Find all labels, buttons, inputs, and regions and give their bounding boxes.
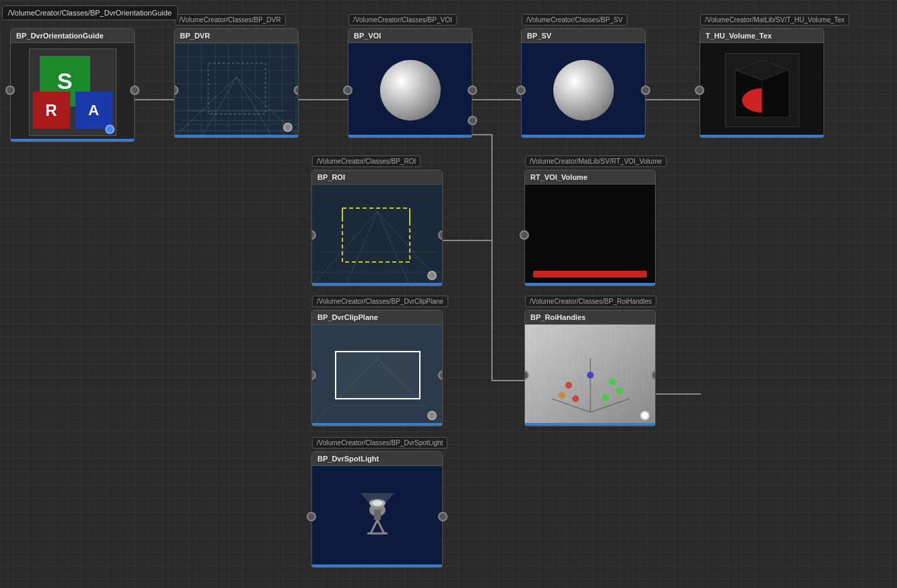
port-right-voi[interactable] (468, 86, 477, 95)
node-header-sv: BP_SV (522, 29, 645, 43)
port-left-orientation-guide[interactable] (5, 86, 15, 95)
port-right-voi-2[interactable] (468, 116, 477, 125)
node-roi-handles[interactable]: /VolumeCreator/Classes/BP_RoiHandles BP_… (524, 310, 656, 426)
red-status-bar (533, 271, 647, 277)
node-dvr[interactable]: /VolumeCreator/Classes/BP_DVR BP_DVR (174, 28, 299, 138)
port-corner-clip[interactable] (427, 411, 437, 420)
node-texture[interactable]: /VolumeCreator/MatLib/SV/T_HU_Volume_Tex… (700, 28, 824, 138)
node-roi[interactable]: /VolumeCreator/Classes/BP_ROI BP_ROI (311, 170, 443, 286)
node-header-orientation-guide: BP_DvrOrientationGuide (11, 29, 134, 43)
node-spotlight[interactable]: /VolumeCreator/Classes/BP_DvrSpotLight B… (311, 451, 443, 568)
svg-point-37 (572, 395, 579, 402)
svg-rect-23 (342, 208, 410, 262)
node-path-voi: /VolumeCreator/Classes/BP_VOI (348, 14, 457, 26)
svg-line-43 (371, 520, 377, 533)
port-left-spotlight[interactable] (307, 512, 316, 521)
node-header-roi: BP_ROI (312, 170, 442, 185)
node-voi[interactable]: /VolumeCreator/Classes/BP_VOI BP_VOI (348, 28, 472, 138)
svg-line-17 (312, 211, 377, 286)
node-path-texture: /VolumeCreator/MatLib/SV/T_HU_Volume_Tex (700, 14, 849, 26)
breadcrumb: /VolumeCreator/Classes/BP_DvrOrientation… (2, 5, 178, 20)
svg-point-39 (559, 392, 565, 399)
port-right-orientation-guide[interactable] (130, 86, 140, 95)
node-sv[interactable]: /VolumeCreator/Classes/BP_SV BP_SV (521, 28, 646, 138)
texture-preview (725, 53, 799, 127)
svg-point-34 (587, 372, 594, 379)
svg-line-19 (346, 211, 377, 286)
svg-line-8 (237, 77, 272, 137)
port-left-sv[interactable] (516, 86, 526, 95)
node-path-rt-voi: /VolumeCreator/MatLib/SV/RT_VOI_Volume (525, 156, 667, 167)
port-corner-dvr[interactable] (283, 123, 292, 132)
node-rt-voi[interactable]: /VolumeCreator/MatLib/SV/RT_VOI_Volume R… (524, 170, 656, 286)
node-header-clip-plane: BP_DvrClipPlane (312, 311, 442, 325)
node-orientation-guide[interactable]: BP_DvrOrientationGuide S R A (10, 28, 135, 142)
sphere-voi (380, 60, 441, 121)
port-right-spotlight[interactable] (438, 512, 447, 521)
node-header-rt-voi: RT_VOI_Volume (525, 170, 655, 185)
svg-line-44 (377, 520, 384, 533)
svg-point-48 (372, 500, 383, 506)
node-header-dvr: BP_DVR (175, 29, 298, 43)
node-path-dvr: /VolumeCreator/Classes/BP_DVR (175, 14, 286, 26)
svg-rect-29 (336, 352, 420, 399)
svg-line-20 (377, 211, 410, 286)
svg-line-7 (202, 77, 237, 137)
port-left-texture[interactable] (695, 86, 704, 95)
node-path-roi-handles: /VolumeCreator/Classes/BP_RoiHandles (525, 296, 656, 307)
svg-point-36 (609, 379, 616, 385)
node-clip-plane[interactable]: /VolumeCreator/Classes/BP_DvrClipPlane B… (311, 310, 443, 426)
port-left-rt-voi[interactable] (520, 230, 529, 240)
port-corner-roi-handles[interactable] (640, 411, 650, 420)
svg-point-38 (602, 394, 609, 401)
node-header-voi: BP_VOI (348, 29, 472, 43)
port-left-voi[interactable] (343, 86, 352, 95)
node-path-roi: /VolumeCreator/Classes/BP_ROI (312, 156, 421, 167)
node-header-texture: T_HU_Volume_Tex (700, 29, 824, 43)
svg-rect-12 (208, 63, 266, 114)
selection-dot (105, 125, 115, 134)
node-path-sv: /VolumeCreator/Classes/BP_SV (522, 14, 627, 26)
node-header-roi-handles: BP_RoiHandles (525, 311, 655, 325)
port-right-sv[interactable] (641, 86, 650, 95)
node-header-spotlight: BP_DvrSpotLight (312, 452, 442, 466)
node-path-clip-plane: /VolumeCreator/Classes/BP_DvrClipPlane (312, 296, 448, 307)
port-corner-roi[interactable] (427, 271, 437, 280)
cube-face-a: A (75, 92, 113, 129)
svg-point-40 (616, 387, 623, 394)
svg-rect-42 (374, 510, 381, 520)
svg-line-5 (175, 77, 237, 137)
node-path-spotlight: /VolumeCreator/Classes/BP_DvrSpotLight (312, 437, 447, 449)
spotlight-icon (350, 490, 404, 544)
svg-point-35 (565, 382, 572, 389)
cube-face-r: R (33, 92, 70, 129)
sphere-sv (553, 60, 614, 121)
